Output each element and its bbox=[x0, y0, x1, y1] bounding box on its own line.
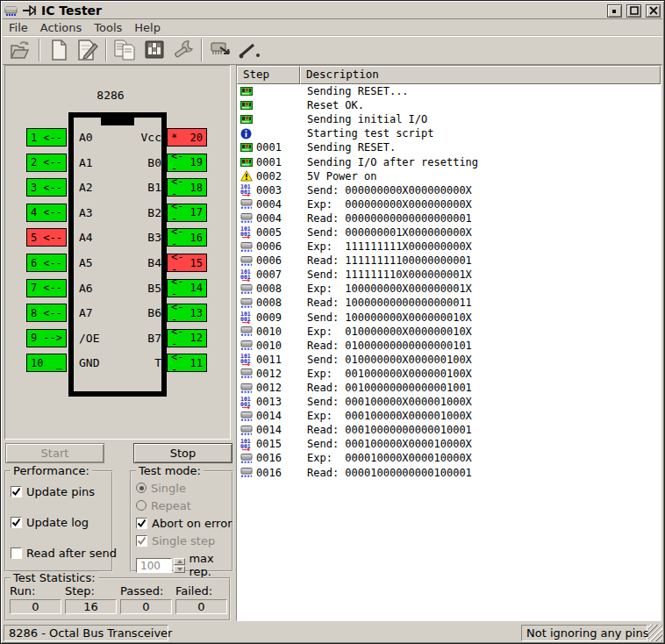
log-step: 0014 bbox=[256, 424, 302, 436]
menu-help[interactable]: Help bbox=[128, 20, 167, 35]
log-description: Send: 000100000X000001000X bbox=[302, 396, 472, 408]
pin-3[interactable]: 3<-- bbox=[26, 178, 67, 197]
pin-19[interactable]: <--19 bbox=[167, 154, 207, 172]
log-row[interactable]: 0012Read: 00100000000000001001 bbox=[237, 381, 661, 395]
wrench-button[interactable] bbox=[168, 38, 197, 62]
log-row[interactable]: 0010Exp: 010000000X000000010X bbox=[237, 325, 661, 339]
log-row[interactable]: Sending initial I/O bbox=[237, 112, 661, 126]
pin-2[interactable]: 2<-- bbox=[26, 154, 67, 172]
log-column-step[interactable]: Step bbox=[237, 66, 300, 84]
log-row[interactable]: 0014Exp: 000100000X000001000X bbox=[237, 409, 661, 423]
log-row[interactable]: 1010010011Send: 010000000X000000100X bbox=[237, 353, 661, 367]
log-body[interactable]: Sending RESET...Reset OK.Sending initial… bbox=[237, 84, 661, 620]
pin-12[interactable]: <--12 bbox=[167, 329, 207, 347]
pin-label-b2: B2 bbox=[79, 206, 161, 219]
log-row[interactable]: 1010010005Send: 000000001X000000000X bbox=[237, 225, 661, 240]
pin-direction-arrow: 13 bbox=[190, 307, 203, 319]
log-row[interactable]: 0006Read: 11111111100000000001 bbox=[237, 254, 661, 268]
run-test-button[interactable] bbox=[206, 38, 235, 62]
pin-6[interactable]: 6<-- bbox=[26, 254, 67, 272]
open-button[interactable] bbox=[6, 38, 35, 62]
log-row[interactable]: 1010010007Send: 111111110X000000001X bbox=[237, 268, 661, 282]
log-description: Read: 10000000000000000011 bbox=[302, 297, 472, 309]
pin-16[interactable]: <--16 bbox=[167, 228, 207, 247]
menu-file[interactable]: File bbox=[3, 20, 34, 35]
log-step: 0012 bbox=[256, 382, 302, 394]
menu-actions[interactable]: Actions bbox=[34, 20, 89, 35]
new-button[interactable] bbox=[44, 38, 73, 62]
pin-1[interactable]: 1<-- bbox=[26, 128, 67, 147]
log-row[interactable]: 0010Read: 01000000000000000101 bbox=[237, 339, 661, 353]
pin-7[interactable]: 7<-- bbox=[26, 279, 67, 297]
checkbox-read-after-send[interactable] bbox=[11, 547, 22, 559]
log-row[interactable]: 0012Exp: 001000000X000000100X bbox=[237, 367, 661, 381]
pin-direction-arrow: --> bbox=[43, 332, 62, 344]
probe-button[interactable] bbox=[235, 38, 264, 62]
svg-text:001: 001 bbox=[240, 273, 251, 280]
log-row[interactable]: 0016Read: 00001000000000100001 bbox=[237, 466, 661, 480]
log-row[interactable]: 1010010003Send: 000000000X000000000X bbox=[237, 183, 661, 197]
log-row[interactable]: 0004Exp: 000000000X000000000X bbox=[237, 197, 661, 211]
maximize-button[interactable] bbox=[626, 4, 641, 18]
max-rep-input[interactable]: 100 bbox=[136, 558, 172, 573]
pin-4[interactable]: 4<-- bbox=[26, 204, 67, 222]
log-row[interactable]: 1010010009Send: 100000000X000000010X bbox=[237, 311, 661, 325]
radio-repeat[interactable] bbox=[136, 500, 147, 511]
log-row[interactable]: 1010010015Send: 000100000X000010000X bbox=[237, 437, 661, 451]
pin-5[interactable]: 5<-- bbox=[26, 228, 67, 247]
test-statistics-grid: Run:0Step:16Passed:0Failed:0 bbox=[6, 579, 229, 614]
stop-button[interactable]: Stop bbox=[133, 443, 232, 463]
pin-13[interactable]: <--13 bbox=[167, 304, 207, 322]
stat-value-step: 16 bbox=[65, 599, 117, 614]
pin-8[interactable]: 8<-- bbox=[26, 304, 67, 322]
log-row[interactable]: 0014Read: 00010000000000010001 bbox=[237, 423, 661, 437]
pin-18[interactable]: <--18 bbox=[167, 178, 207, 197]
checkbox-single-step[interactable] bbox=[136, 535, 147, 547]
performance-frame: Performance: Update pinsUpdate logRead a… bbox=[4, 470, 113, 572]
log-row[interactable]: 0001Sending I/O after resetting bbox=[237, 154, 661, 168]
log-row[interactable]: Reset OK. bbox=[237, 98, 661, 112]
app-window: IC Tester FileActionsToolsHelp 8286 1<--… bbox=[0, 0, 665, 644]
resize-grip[interactable] bbox=[648, 625, 662, 641]
log-step: 0002 bbox=[256, 170, 302, 182]
board-icon bbox=[240, 157, 254, 168]
checkbox-abort-on-error[interactable] bbox=[136, 518, 147, 529]
minimize-button[interactable] bbox=[607, 4, 622, 18]
log-row[interactable]: 1010010013Send: 000100000X000001000X bbox=[237, 395, 661, 409]
pin-direction-arrow: <-- bbox=[43, 156, 62, 168]
pin-17[interactable]: <--17 bbox=[167, 204, 207, 222]
pin-10[interactable]: 10_ bbox=[26, 354, 67, 372]
pin-20[interactable]: *20 bbox=[167, 128, 207, 147]
copy-button[interactable] bbox=[111, 38, 139, 62]
spin-up-button[interactable] bbox=[174, 558, 185, 565]
window-pin-icon[interactable] bbox=[23, 5, 37, 16]
checkbox-update-log[interactable] bbox=[11, 517, 22, 528]
log-row[interactable]: 0001Sending RESET. bbox=[237, 140, 661, 154]
chip-icon bbox=[240, 411, 254, 422]
dip-switch-button[interactable] bbox=[139, 38, 168, 62]
spin-down-button[interactable] bbox=[174, 566, 185, 573]
pin-direction-arrow: 16 bbox=[190, 232, 203, 244]
log-step: 0013 bbox=[256, 396, 302, 408]
log-row[interactable]: 0008Read: 10000000000000000011 bbox=[237, 296, 661, 310]
log-row[interactable]: Starting test script bbox=[237, 126, 661, 140]
title-bar[interactable]: IC Tester bbox=[3, 3, 662, 19]
close-button[interactable] bbox=[646, 4, 661, 18]
radio-single[interactable] bbox=[136, 483, 147, 493]
log-row[interactable]: 0008Exp: 100000000X000000001X bbox=[237, 282, 661, 296]
log-row[interactable]: 0016Exp: 000010000X000010000X bbox=[237, 451, 661, 465]
pin-14[interactable]: <--14 bbox=[167, 279, 207, 297]
menu-tools[interactable]: Tools bbox=[88, 20, 128, 35]
log-row[interactable]: 0006Exp: 111111111X000000000X bbox=[237, 240, 661, 254]
checkbox-update-pins[interactable] bbox=[11, 486, 22, 497]
pin-11[interactable]: <--11 bbox=[167, 354, 207, 372]
pin-9[interactable]: 9--> bbox=[26, 329, 67, 347]
start-button[interactable]: Start bbox=[5, 443, 104, 463]
log-column-description[interactable]: Description bbox=[300, 66, 661, 84]
edit-button[interactable] bbox=[73, 38, 102, 62]
pin-15[interactable]: <--15 bbox=[167, 254, 207, 272]
log-row[interactable]: 00025V Power on bbox=[237, 169, 661, 183]
log-row[interactable]: Sending RESET... bbox=[237, 84, 661, 98]
run-controls: Start Stop bbox=[5, 443, 232, 463]
log-row[interactable]: 0004Read: 00000000000000000001 bbox=[237, 211, 661, 225]
